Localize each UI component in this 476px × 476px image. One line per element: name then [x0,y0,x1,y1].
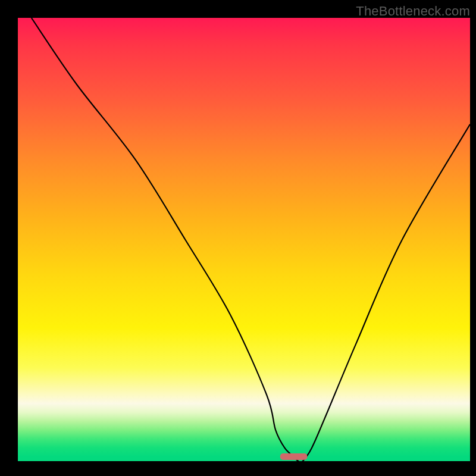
bottleneck-chart: TheBottleneck.com [0,0,476,476]
curve-svg [18,18,470,461]
optimal-marker [280,453,308,460]
watermark-label: TheBottleneck.com [356,4,470,19]
bottleneck-curve-line [32,18,470,461]
plot-area [18,18,470,461]
